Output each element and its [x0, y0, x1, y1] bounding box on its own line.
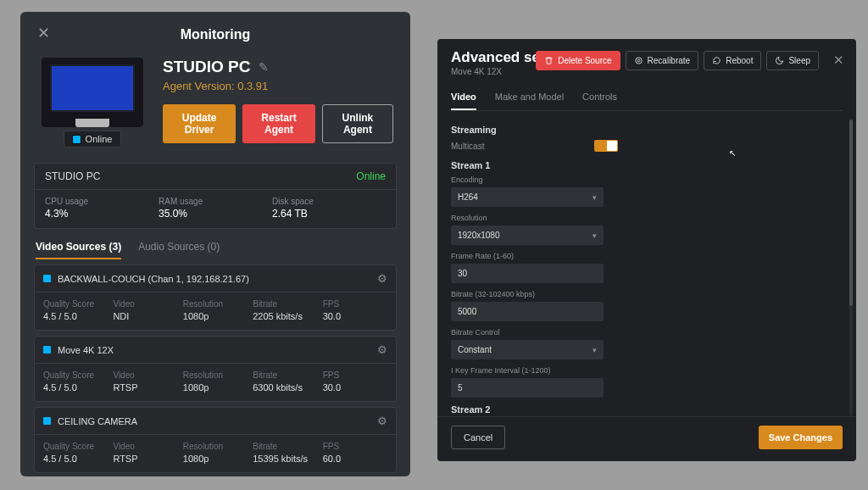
source-dot-icon: [43, 275, 51, 282]
scrollbar[interactable]: [849, 120, 853, 416]
metric-disk: Disk space 2.64 TB: [272, 197, 386, 220]
advanced-footer: Cancel Save Changes: [437, 416, 856, 461]
advanced-body: Streaming Multicast Stream 1 Encoding H2…: [437, 111, 856, 416]
source-tabs: Video Sources (3) Audio Sources (0): [36, 241, 395, 259]
save-changes-button[interactable]: Save Changes: [759, 426, 843, 449]
encoding-label: Encoding: [451, 175, 843, 184]
sleep-button[interactable]: Sleep: [766, 51, 819, 70]
moon-icon: [775, 56, 784, 65]
bitratectrl-label: Bitrate Control: [451, 328, 843, 337]
system-card-name: STUDIO PC: [45, 170, 100, 182]
tab-video[interactable]: Video: [451, 92, 476, 110]
agent-version: Agent Version: 0.3.91: [163, 80, 393, 92]
unlink-agent-button[interactable]: Unlink Agent: [322, 104, 393, 143]
resolution-label: Resolution: [451, 214, 843, 222]
source-title: BACKWALL-COUCH (Chan 1, 192.168.21.67): [58, 274, 249, 284]
source-title: Move 4K 12X: [58, 345, 114, 355]
gear-icon[interactable]: ⚙: [377, 415, 387, 427]
tab-make-model[interactable]: Make and Model: [495, 92, 564, 110]
framerate-input[interactable]: 30: [451, 264, 604, 283]
update-driver-button[interactable]: Update Driver: [163, 104, 236, 143]
bitratectrl-select[interactable]: Constant: [451, 340, 604, 359]
stream1-label: Stream 1: [451, 160, 843, 170]
source-card[interactable]: CEILING CAMERA ⚙ Quality Score4.5 / 5.0 …: [34, 407, 397, 473]
gear-icon[interactable]: ⚙: [377, 343, 387, 356]
gear-icon[interactable]: ⚙: [377, 272, 387, 285]
tab-video-sources[interactable]: Video Sources (3): [36, 241, 121, 259]
svg-point-0: [635, 58, 641, 64]
tab-audio-sources[interactable]: Audio Sources (0): [138, 241, 220, 259]
cursor-icon: ↖: [729, 148, 736, 158]
resolution-select[interactable]: 1920x1080: [451, 226, 604, 245]
metric-ram: RAM usage 35.0%: [159, 197, 272, 220]
system-card: STUDIO PC Online CPU usage 4.3% RAM usag…: [34, 163, 397, 229]
source-title: CEILING CAMERA: [58, 416, 137, 426]
restart-agent-button[interactable]: Restart Agent: [242, 104, 315, 143]
keyframe-input[interactable]: 5: [451, 378, 604, 398]
source-card[interactable]: Move 4K 12X ⚙ Quality Score4.5 / 5.0 Vid…: [34, 336, 397, 402]
reboot-button[interactable]: Reboot: [704, 51, 761, 70]
source-dot-icon: [43, 417, 51, 425]
monitoring-title: Monitoring: [34, 27, 397, 42]
source-list: BACKWALL-COUCH (Chan 1, 192.168.21.67) ⚙…: [34, 264, 397, 473]
status-pill-label: Online: [86, 134, 113, 144]
header-right: STUDIO PC ✎ Agent Version: 0.3.91 Update…: [163, 58, 393, 148]
status-dot-icon: [73, 136, 81, 143]
bitrate-input[interactable]: 5000: [451, 302, 604, 321]
status-pill: Online: [64, 131, 122, 148]
close-icon[interactable]: ✕: [833, 53, 844, 68]
system-card-status: Online: [356, 170, 386, 182]
metric-cpu: CPU usage 4.3%: [45, 197, 159, 220]
multicast-label: Multicast: [451, 142, 484, 151]
keyframe-label: I Key Frame Interval (1-1200): [451, 366, 843, 375]
refresh-icon: [712, 56, 721, 65]
multicast-toggle[interactable]: [594, 140, 618, 152]
device-image: [42, 58, 143, 127]
framerate-label: Frame Rate (1-60): [451, 252, 843, 260]
source-card[interactable]: BACKWALL-COUCH (Chan 1, 192.168.21.67) ⚙…: [34, 264, 397, 331]
delete-source-button[interactable]: Delete Source: [536, 51, 620, 70]
svg-point-1: [637, 59, 640, 62]
pencil-icon[interactable]: ✎: [259, 60, 269, 74]
scrollbar-thumb[interactable]: [849, 120, 853, 306]
cancel-button[interactable]: Cancel: [451, 426, 505, 449]
device-name: STUDIO PC: [163, 58, 250, 76]
streaming-section-label: Streaming: [451, 125, 843, 135]
recalibrate-button[interactable]: Recalibrate: [626, 51, 699, 70]
tab-controls[interactable]: Controls: [582, 92, 617, 110]
advanced-tabs: Video Make and Model Controls: [451, 92, 843, 111]
bitrate-label: Bitrate (32-102400 kbps): [451, 290, 843, 298]
stream2-label: Stream 2: [451, 404, 843, 415]
close-icon[interactable]: ✕: [37, 24, 50, 42]
device-column: Online: [37, 58, 147, 148]
target-icon: [634, 56, 643, 65]
advanced-settings-panel: Advanced settings Move 4K 12X Delete Sou…: [437, 39, 856, 461]
monitoring-header: Online STUDIO PC ✎ Agent Version: 0.3.91…: [34, 58, 397, 156]
trash-icon: [544, 56, 554, 65]
source-dot-icon: [43, 346, 51, 354]
encoding-select[interactable]: H264: [451, 187, 604, 207]
monitoring-panel: ✕ Monitoring Online STUDIO PC ✎ Agent Ve…: [20, 12, 410, 476]
